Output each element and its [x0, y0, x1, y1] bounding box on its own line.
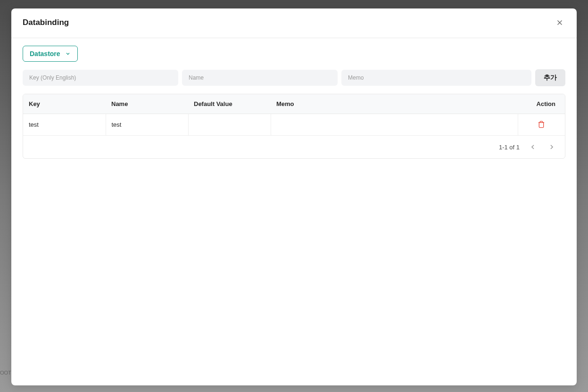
key-input[interactable]	[23, 70, 178, 86]
cell-name: test	[106, 114, 188, 136]
cell-action	[518, 114, 565, 136]
chevron-left-icon	[529, 143, 537, 151]
header-default-value: Default Value	[188, 94, 271, 114]
pagination-next-button[interactable]	[546, 141, 557, 153]
cell-default-value	[188, 114, 271, 136]
modal-title: Databinding	[23, 18, 69, 27]
close-icon	[555, 18, 564, 27]
chevron-down-icon	[65, 51, 71, 57]
modal-body: Datastore 추가 Key Name Default V	[11, 38, 577, 385]
table-header-row: Key Name Default Value Memo Action	[23, 94, 565, 114]
close-button[interactable]	[554, 17, 565, 28]
modal-header: Databinding	[11, 8, 577, 38]
table-container: Key Name Default Value Memo Action test …	[23, 94, 565, 159]
memo-input[interactable]	[341, 70, 531, 86]
trash-icon	[538, 121, 545, 128]
cell-key: test	[23, 114, 106, 136]
delete-button[interactable]	[537, 120, 546, 129]
header-action: Action	[518, 94, 565, 114]
pagination-prev-button[interactable]	[527, 141, 538, 153]
pagination: 1-1 of 1	[23, 136, 565, 158]
modal-overlay: Databinding Datastore 추가	[0, 0, 588, 392]
name-input[interactable]	[182, 70, 338, 86]
table-row: test test	[23, 114, 565, 136]
add-button[interactable]: 추가	[535, 69, 565, 86]
pagination-text: 1-1 of 1	[499, 144, 520, 151]
chevron-right-icon	[548, 143, 555, 151]
input-row: 추가	[23, 69, 565, 86]
datastore-dropdown[interactable]: Datastore	[23, 46, 78, 62]
cell-memo	[271, 114, 518, 136]
header-key: Key	[23, 94, 106, 114]
header-name: Name	[106, 94, 188, 114]
datastore-dropdown-label: Datastore	[30, 50, 60, 57]
header-memo: Memo	[271, 94, 518, 114]
databinding-modal: Databinding Datastore 추가	[11, 8, 577, 385]
data-table: Key Name Default Value Memo Action test …	[23, 94, 565, 136]
